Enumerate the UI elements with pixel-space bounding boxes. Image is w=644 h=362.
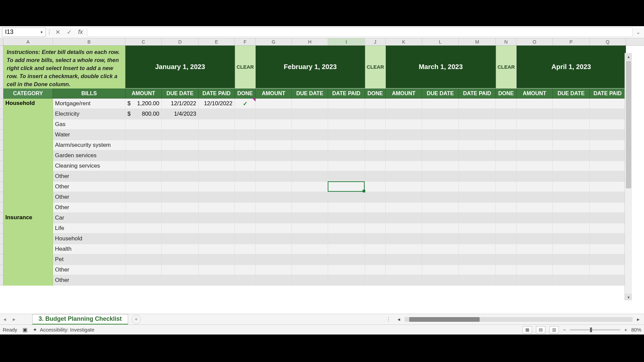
done-cell[interactable]	[235, 171, 256, 182]
column-header-C[interactable]: C	[125, 38, 162, 45]
empty-cell[interactable]	[459, 130, 496, 140]
empty-cell[interactable]	[459, 140, 496, 150]
empty-cell[interactable]	[553, 150, 590, 161]
empty-cell[interactable]	[365, 99, 386, 109]
bill-name-cell[interactable]: Mortgage/rent	[53, 99, 125, 109]
empty-cell[interactable]	[517, 265, 553, 275]
empty-cell[interactable]	[459, 244, 496, 254]
empty-cell[interactable]	[553, 213, 590, 223]
empty-cell[interactable]	[422, 234, 459, 244]
empty-cell[interactable]	[517, 202, 553, 213]
done-cell[interactable]	[235, 275, 256, 286]
empty-cell[interactable]	[422, 265, 459, 275]
done-cell[interactable]	[235, 109, 256, 119]
empty-cell[interactable]	[386, 171, 422, 182]
empty-cell[interactable]	[517, 234, 553, 244]
amount-cell[interactable]	[125, 265, 162, 275]
empty-cell[interactable]	[256, 130, 292, 140]
empty-cell[interactable]	[459, 254, 496, 265]
empty-cell[interactable]	[590, 202, 626, 213]
empty-cell[interactable]	[256, 265, 292, 275]
empty-cell[interactable]	[553, 192, 590, 202]
formula-input[interactable]	[87, 27, 633, 37]
empty-cell[interactable]	[553, 254, 590, 265]
empty-cell[interactable]	[517, 140, 553, 150]
empty-cell[interactable]	[553, 161, 590, 171]
empty-cell[interactable]	[496, 265, 517, 275]
empty-cell[interactable]	[292, 182, 328, 192]
empty-cell[interactable]	[365, 244, 386, 254]
empty-cell[interactable]	[590, 150, 626, 161]
bill-name-cell[interactable]: Other	[53, 275, 125, 286]
amount-cell[interactable]	[125, 254, 162, 265]
empty-cell[interactable]	[328, 99, 365, 109]
empty-cell[interactable]	[517, 182, 553, 192]
amount-cell[interactable]	[125, 161, 162, 171]
bill-name-cell[interactable]: Pet	[53, 254, 125, 265]
empty-cell[interactable]	[328, 223, 365, 234]
column-header-E[interactable]: E	[199, 38, 235, 45]
empty-cell[interactable]	[386, 119, 422, 130]
date-paid-cell[interactable]	[199, 150, 235, 161]
due-date-cell[interactable]	[162, 244, 199, 254]
empty-cell[interactable]	[459, 161, 496, 171]
empty-cell[interactable]	[292, 244, 328, 254]
due-date-cell[interactable]: 1/4/2023	[162, 109, 199, 119]
column-header-K[interactable]: K	[386, 38, 422, 45]
column-header-G[interactable]: G	[256, 38, 292, 45]
empty-cell[interactable]	[496, 254, 517, 265]
bill-name-cell[interactable]: Other	[53, 182, 125, 192]
view-page-layout-button[interactable]: ▤	[536, 326, 545, 334]
empty-cell[interactable]	[459, 99, 496, 109]
empty-cell[interactable]	[590, 171, 626, 182]
bill-name-cell[interactable]: Life	[53, 223, 125, 234]
done-cell[interactable]	[235, 244, 256, 254]
empty-cell[interactable]	[553, 265, 590, 275]
done-cell[interactable]	[235, 119, 256, 130]
empty-cell[interactable]	[365, 182, 386, 192]
empty-cell[interactable]	[517, 254, 553, 265]
empty-cell[interactable]	[496, 202, 517, 213]
accessibility-status[interactable]: ✦ Accessibility: Investigate	[33, 327, 94, 333]
zoom-slider-thumb[interactable]	[590, 327, 592, 332]
amount-cell[interactable]	[125, 140, 162, 150]
bill-name-cell[interactable]: Other	[53, 192, 125, 202]
bill-name-cell[interactable]: Garden services	[53, 150, 125, 161]
empty-cell[interactable]	[459, 171, 496, 182]
empty-cell[interactable]	[553, 130, 590, 140]
due-date-cell[interactable]	[162, 223, 199, 234]
done-cell[interactable]	[235, 223, 256, 234]
column-header-M[interactable]: M	[459, 38, 496, 45]
due-date-cell[interactable]	[162, 265, 199, 275]
empty-cell[interactable]	[496, 140, 517, 150]
empty-cell[interactable]	[292, 109, 328, 119]
column-header-N[interactable]: N	[496, 38, 517, 45]
empty-cell[interactable]	[256, 202, 292, 213]
empty-cell[interactable]	[386, 275, 422, 286]
empty-cell[interactable]	[292, 202, 328, 213]
empty-cell[interactable]	[365, 223, 386, 234]
due-date-cell[interactable]	[162, 119, 199, 130]
vertical-scrollbar[interactable]: ▴ ▾	[625, 53, 632, 300]
zoom-level[interactable]: 80%	[631, 327, 641, 333]
empty-cell[interactable]	[517, 161, 553, 171]
empty-cell[interactable]	[496, 223, 517, 234]
column-header-J[interactable]: J	[365, 38, 386, 45]
empty-cell[interactable]	[590, 213, 626, 223]
empty-cell[interactable]	[496, 213, 517, 223]
empty-cell[interactable]	[496, 171, 517, 182]
date-paid-cell[interactable]	[199, 171, 235, 182]
empty-cell[interactable]	[422, 161, 459, 171]
empty-cell[interactable]	[292, 223, 328, 234]
empty-cell[interactable]	[256, 254, 292, 265]
empty-cell[interactable]	[292, 99, 328, 109]
horizontal-scroll-thumb[interactable]	[409, 317, 480, 322]
clear-month-button[interactable]: CLEAR	[235, 46, 256, 88]
empty-cell[interactable]	[459, 202, 496, 213]
empty-cell[interactable]	[553, 223, 590, 234]
empty-cell[interactable]	[256, 140, 292, 150]
empty-cell[interactable]	[553, 275, 590, 286]
empty-cell[interactable]	[386, 99, 422, 109]
amount-cell[interactable]	[125, 234, 162, 244]
empty-cell[interactable]	[590, 234, 626, 244]
